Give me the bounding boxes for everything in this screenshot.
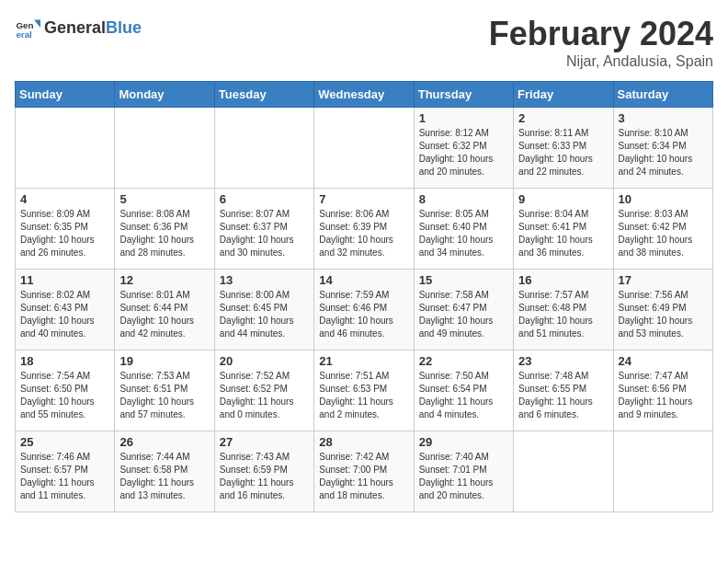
day-info: Sunrise: 7:43 AMSunset: 6:59 PMDaylight:… bbox=[220, 451, 309, 502]
logo-text-general: General bbox=[44, 18, 106, 37]
weekday-header-sunday: Sunday bbox=[16, 82, 115, 108]
header: Gen eral GeneralBlue February 2024 Nijar… bbox=[15, 15, 713, 70]
day-info: Sunrise: 8:08 AMSunset: 6:36 PMDaylight:… bbox=[119, 208, 209, 259]
calendar-week-4: 18Sunrise: 7:54 AMSunset: 6:50 PMDayligh… bbox=[16, 350, 713, 431]
title-area: February 2024 Nijar, Andalusia, Spain bbox=[489, 15, 713, 70]
day-info: Sunrise: 8:04 AMSunset: 6:41 PMDaylight:… bbox=[518, 208, 608, 259]
calendar-cell: 17Sunrise: 7:56 AMSunset: 6:49 PMDayligh… bbox=[613, 270, 712, 350]
month-title: February 2024 bbox=[489, 15, 713, 53]
day-number: 26 bbox=[119, 435, 209, 449]
day-info: Sunrise: 7:48 AMSunset: 6:55 PMDaylight:… bbox=[518, 370, 608, 421]
day-info: Sunrise: 7:42 AMSunset: 7:00 PMDaylight:… bbox=[319, 451, 408, 502]
day-info: Sunrise: 7:54 AMSunset: 6:50 PMDaylight:… bbox=[20, 370, 109, 421]
day-info: Sunrise: 7:58 AMSunset: 6:47 PMDaylight:… bbox=[419, 289, 508, 340]
day-number: 20 bbox=[220, 354, 309, 368]
weekday-header: SundayMondayTuesdayWednesdayThursdayFrid… bbox=[16, 82, 713, 108]
day-number: 4 bbox=[20, 192, 109, 206]
calendar-cell bbox=[16, 108, 115, 189]
svg-text:eral: eral bbox=[16, 29, 32, 40]
day-number: 6 bbox=[220, 192, 309, 206]
day-number: 1 bbox=[419, 111, 508, 125]
day-info: Sunrise: 8:11 AMSunset: 6:33 PMDaylight:… bbox=[518, 127, 608, 178]
day-info: Sunrise: 7:50 AMSunset: 6:54 PMDaylight:… bbox=[419, 370, 508, 421]
day-number: 28 bbox=[319, 435, 408, 449]
calendar-cell bbox=[214, 108, 313, 189]
calendar-cell: 18Sunrise: 7:54 AMSunset: 6:50 PMDayligh… bbox=[16, 350, 115, 431]
day-number: 18 bbox=[20, 354, 109, 368]
calendar-cell: 2Sunrise: 8:11 AMSunset: 6:33 PMDaylight… bbox=[514, 108, 613, 189]
calendar-cell bbox=[115, 108, 214, 189]
location-title: Nijar, Andalusia, Spain bbox=[489, 53, 713, 70]
day-info: Sunrise: 7:56 AMSunset: 6:49 PMDaylight:… bbox=[619, 289, 708, 340]
day-info: Sunrise: 8:01 AMSunset: 6:44 PMDaylight:… bbox=[119, 289, 209, 340]
day-info: Sunrise: 8:10 AMSunset: 6:34 PMDaylight:… bbox=[619, 127, 708, 178]
day-info: Sunrise: 7:46 AMSunset: 6:57 PMDaylight:… bbox=[20, 451, 109, 502]
weekday-header-tuesday: Tuesday bbox=[214, 82, 313, 108]
day-number: 9 bbox=[518, 192, 608, 206]
calendar-table: SundayMondayTuesdayWednesdayThursdayFrid… bbox=[15, 81, 713, 512]
calendar-cell: 1Sunrise: 8:12 AMSunset: 6:32 PMDaylight… bbox=[414, 108, 513, 189]
day-number: 22 bbox=[419, 354, 508, 368]
weekday-header-thursday: Thursday bbox=[414, 82, 513, 108]
day-number: 23 bbox=[518, 354, 608, 368]
calendar-week-2: 4Sunrise: 8:09 AMSunset: 6:35 PMDaylight… bbox=[16, 189, 713, 270]
calendar-cell: 24Sunrise: 7:47 AMSunset: 6:56 PMDayligh… bbox=[613, 350, 712, 431]
calendar-cell: 28Sunrise: 7:42 AMSunset: 7:00 PMDayligh… bbox=[314, 431, 414, 512]
day-info: Sunrise: 8:00 AMSunset: 6:45 PMDaylight:… bbox=[220, 289, 309, 340]
day-number: 16 bbox=[518, 273, 608, 287]
day-number: 2 bbox=[518, 111, 608, 125]
calendar-cell: 27Sunrise: 7:43 AMSunset: 6:59 PMDayligh… bbox=[214, 431, 313, 512]
calendar-cell: 12Sunrise: 8:01 AMSunset: 6:44 PMDayligh… bbox=[115, 270, 214, 350]
weekday-header-monday: Monday bbox=[115, 82, 214, 108]
day-info: Sunrise: 8:07 AMSunset: 6:37 PMDaylight:… bbox=[220, 208, 309, 259]
calendar-cell: 15Sunrise: 7:58 AMSunset: 6:47 PMDayligh… bbox=[414, 270, 513, 350]
day-number: 7 bbox=[319, 192, 408, 206]
calendar-cell: 29Sunrise: 7:40 AMSunset: 7:01 PMDayligh… bbox=[414, 431, 513, 512]
calendar-cell: 5Sunrise: 8:08 AMSunset: 6:36 PMDaylight… bbox=[115, 189, 214, 270]
weekday-header-saturday: Saturday bbox=[613, 82, 712, 108]
calendar-cell bbox=[314, 108, 414, 189]
day-info: Sunrise: 8:09 AMSunset: 6:35 PMDaylight:… bbox=[20, 208, 109, 259]
day-number: 5 bbox=[119, 192, 209, 206]
weekday-header-wednesday: Wednesday bbox=[314, 82, 414, 108]
logo-icon: Gen eral bbox=[15, 15, 40, 40]
day-number: 8 bbox=[419, 192, 508, 206]
day-info: Sunrise: 8:03 AMSunset: 6:42 PMDaylight:… bbox=[619, 208, 708, 259]
calendar-cell: 8Sunrise: 8:05 AMSunset: 6:40 PMDaylight… bbox=[414, 189, 513, 270]
day-number: 14 bbox=[319, 273, 408, 287]
calendar-cell: 11Sunrise: 8:02 AMSunset: 6:43 PMDayligh… bbox=[16, 270, 115, 350]
calendar-cell: 19Sunrise: 7:53 AMSunset: 6:51 PMDayligh… bbox=[115, 350, 214, 431]
logo-text-blue: Blue bbox=[106, 18, 142, 37]
day-number: 13 bbox=[220, 273, 309, 287]
day-info: Sunrise: 7:52 AMSunset: 6:52 PMDaylight:… bbox=[220, 370, 309, 421]
calendar-cell bbox=[514, 431, 613, 512]
calendar-cell: 26Sunrise: 7:44 AMSunset: 6:58 PMDayligh… bbox=[115, 431, 214, 512]
calendar-week-5: 25Sunrise: 7:46 AMSunset: 6:57 PMDayligh… bbox=[16, 431, 713, 512]
calendar-week-1: 1Sunrise: 8:12 AMSunset: 6:32 PMDaylight… bbox=[16, 108, 713, 189]
calendar-cell: 16Sunrise: 7:57 AMSunset: 6:48 PMDayligh… bbox=[514, 270, 613, 350]
calendar-cell: 4Sunrise: 8:09 AMSunset: 6:35 PMDaylight… bbox=[16, 189, 115, 270]
logo: Gen eral GeneralBlue bbox=[15, 15, 142, 40]
day-info: Sunrise: 8:02 AMSunset: 6:43 PMDaylight:… bbox=[20, 289, 109, 340]
calendar-cell: 3Sunrise: 8:10 AMSunset: 6:34 PMDaylight… bbox=[613, 108, 712, 189]
day-number: 27 bbox=[220, 435, 309, 449]
day-info: Sunrise: 7:47 AMSunset: 6:56 PMDaylight:… bbox=[619, 370, 708, 421]
calendar-week-3: 11Sunrise: 8:02 AMSunset: 6:43 PMDayligh… bbox=[16, 270, 713, 350]
calendar-body: 1Sunrise: 8:12 AMSunset: 6:32 PMDaylight… bbox=[16, 108, 713, 512]
day-number: 19 bbox=[119, 354, 209, 368]
calendar-cell: 23Sunrise: 7:48 AMSunset: 6:55 PMDayligh… bbox=[514, 350, 613, 431]
day-info: Sunrise: 8:06 AMSunset: 6:39 PMDaylight:… bbox=[319, 208, 408, 259]
day-number: 12 bbox=[119, 273, 209, 287]
day-info: Sunrise: 7:57 AMSunset: 6:48 PMDaylight:… bbox=[518, 289, 608, 340]
day-number: 11 bbox=[20, 273, 109, 287]
day-number: 25 bbox=[20, 435, 109, 449]
calendar-cell: 25Sunrise: 7:46 AMSunset: 6:57 PMDayligh… bbox=[16, 431, 115, 512]
day-info: Sunrise: 8:05 AMSunset: 6:40 PMDaylight:… bbox=[419, 208, 508, 259]
day-number: 15 bbox=[419, 273, 508, 287]
day-number: 17 bbox=[619, 273, 708, 287]
day-number: 29 bbox=[419, 435, 508, 449]
day-number: 24 bbox=[619, 354, 708, 368]
calendar-cell: 22Sunrise: 7:50 AMSunset: 6:54 PMDayligh… bbox=[414, 350, 513, 431]
svg-marker-2 bbox=[34, 20, 40, 28]
calendar-cell: 9Sunrise: 8:04 AMSunset: 6:41 PMDaylight… bbox=[514, 189, 613, 270]
